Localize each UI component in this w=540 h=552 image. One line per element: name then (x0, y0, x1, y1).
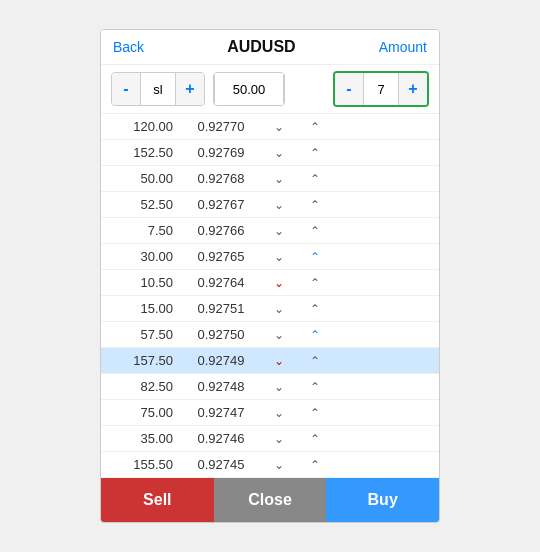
up-arrow-button[interactable]: ⌃ (302, 376, 328, 398)
up-arrow-button[interactable]: ⌃ (302, 298, 328, 320)
price-cell: 0.92764 (181, 270, 261, 295)
up-arrow-cell[interactable]: ⌃ (297, 298, 333, 320)
up-arrow-button[interactable]: ⌃ (302, 220, 328, 242)
up-arrow-button[interactable]: ⌃ (302, 142, 328, 164)
price-cell: 0.92770 (181, 114, 261, 139)
down-arrow-button[interactable]: ⌄ (266, 272, 292, 294)
up-arrow-cell[interactable]: ⌃ (297, 220, 333, 242)
down-arrow-cell[interactable]: ⌄ (261, 376, 297, 398)
header: Back AUDUSD Amount (101, 30, 439, 65)
up-arrow-button[interactable]: ⌃ (302, 402, 328, 424)
footer: Sell Close Buy (101, 478, 439, 522)
down-arrow-cell[interactable]: ⌄ (261, 454, 297, 476)
down-arrow-cell[interactable]: ⌄ (261, 272, 297, 294)
sl-input[interactable] (140, 73, 176, 105)
amount-cell: 7.50 (101, 218, 181, 243)
down-arrow-cell[interactable]: ⌄ (261, 350, 297, 372)
down-arrow-cell[interactable]: ⌄ (261, 324, 297, 346)
sl-minus-button[interactable]: - (112, 73, 140, 105)
up-arrow-cell[interactable]: ⌃ (297, 376, 333, 398)
price-cell: 0.92751 (181, 296, 261, 321)
close-button[interactable]: Close (214, 478, 327, 522)
up-arrow-cell[interactable]: ⌃ (297, 428, 333, 450)
price-cell: 0.92750 (181, 322, 261, 347)
down-arrow-button[interactable]: ⌄ (266, 220, 292, 242)
back-button[interactable]: Back (113, 39, 144, 55)
order-book: 120.00 0.92770 ⌄ ⌃ 152.50 0.92769 ⌄ ⌃ 50… (101, 114, 439, 478)
amount-plus-button[interactable]: + (399, 73, 427, 105)
amount-cell: 50.00 (101, 166, 181, 191)
down-arrow-button[interactable]: ⌄ (266, 454, 292, 476)
down-arrow-button[interactable]: ⌄ (266, 142, 292, 164)
up-arrow-button[interactable]: ⌃ (302, 168, 328, 190)
down-arrow-cell[interactable]: ⌄ (261, 116, 297, 138)
controls-bar: - + - + (101, 65, 439, 114)
table-row: 75.00 0.92747 ⌄ ⌃ (101, 400, 439, 426)
price-cell: 0.92768 (181, 166, 261, 191)
price-cell: 0.92745 (181, 452, 261, 477)
down-arrow-cell[interactable]: ⌄ (261, 142, 297, 164)
sell-button[interactable]: Sell (101, 478, 214, 522)
amount-cell: 152.50 (101, 140, 181, 165)
down-arrow-button[interactable]: ⌄ (266, 194, 292, 216)
price-cell: 0.92765 (181, 244, 261, 269)
main-container: Back AUDUSD Amount - + - + 120.00 0.9277… (100, 29, 440, 523)
amount-cell: 75.00 (101, 400, 181, 425)
amount-cell: 35.00 (101, 426, 181, 451)
table-row: 152.50 0.92769 ⌄ ⌃ (101, 140, 439, 166)
down-arrow-cell[interactable]: ⌄ (261, 402, 297, 424)
up-arrow-button[interactable]: ⌃ (302, 324, 328, 346)
down-arrow-cell[interactable]: ⌄ (261, 168, 297, 190)
down-arrow-button[interactable]: ⌄ (266, 376, 292, 398)
down-arrow-button[interactable]: ⌄ (266, 324, 292, 346)
down-arrow-button[interactable]: ⌄ (266, 402, 292, 424)
down-arrow-button[interactable]: ⌄ (266, 298, 292, 320)
up-arrow-cell[interactable]: ⌃ (297, 116, 333, 138)
table-row: 30.00 0.92765 ⌄ ⌃ Buy Stop at 0.92765 (101, 244, 439, 270)
sl-plus-button[interactable]: + (176, 73, 204, 105)
up-arrow-cell[interactable]: ⌃ (297, 350, 333, 372)
down-arrow-button[interactable]: ⌄ (266, 168, 292, 190)
up-arrow-button[interactable]: ⌃ (302, 116, 328, 138)
amount-cell: 52.50 (101, 192, 181, 217)
up-arrow-cell[interactable]: ⌃ (297, 402, 333, 424)
up-arrow-button[interactable]: ⌃ (302, 454, 328, 476)
amount-cell: 120.00 (101, 114, 181, 139)
up-arrow-cell[interactable]: ⌃ (297, 324, 333, 346)
price-cell: 0.92769 (181, 140, 261, 165)
up-arrow-button[interactable]: ⌃ (302, 350, 328, 372)
buy-button[interactable]: Buy (326, 478, 439, 522)
up-arrow-cell[interactable]: ⌃ (297, 272, 333, 294)
price-cell: 0.92746 (181, 426, 261, 451)
price-input[interactable] (214, 73, 284, 105)
down-arrow-cell[interactable]: ⌄ (261, 246, 297, 268)
amount-cell: 10.50 (101, 270, 181, 295)
up-arrow-cell[interactable]: ⌃ (297, 454, 333, 476)
up-arrow-cell[interactable]: ⌃ (297, 142, 333, 164)
amount-input[interactable] (363, 73, 399, 105)
up-arrow-button[interactable]: ⌃ (302, 246, 328, 268)
table-row: 82.50 0.92748 ⌄ ⌃ (101, 374, 439, 400)
down-arrow-button[interactable]: ⌄ (266, 116, 292, 138)
down-arrow-button[interactable]: ⌄ (266, 246, 292, 268)
amount-cell: 157.50 (101, 348, 181, 373)
down-arrow-button[interactable]: ⌄ (266, 428, 292, 450)
down-arrow-cell[interactable]: ⌄ (261, 428, 297, 450)
amount-label[interactable]: Amount (379, 39, 427, 55)
pair-title: AUDUSD (227, 38, 295, 56)
up-arrow-button[interactable]: ⌃ (302, 194, 328, 216)
price-cell: 0.92748 (181, 374, 261, 399)
down-arrow-button[interactable]: ⌄ (266, 350, 292, 372)
up-arrow-button[interactable]: ⌃ (302, 272, 328, 294)
table-row: 157.50 0.92749 ⌄ ⌃ Sell Stop at 0.92749 (101, 348, 439, 374)
table-row: 35.00 0.92746 ⌄ ⌃ (101, 426, 439, 452)
up-arrow-button[interactable]: ⌃ (302, 428, 328, 450)
amount-minus-button[interactable]: - (335, 73, 363, 105)
up-arrow-cell[interactable]: ⌃ (297, 168, 333, 190)
down-arrow-cell[interactable]: ⌄ (261, 194, 297, 216)
amount-cell: 82.50 (101, 374, 181, 399)
up-arrow-cell[interactable]: ⌃ (297, 246, 333, 268)
down-arrow-cell[interactable]: ⌄ (261, 220, 297, 242)
up-arrow-cell[interactable]: ⌃ (297, 194, 333, 216)
down-arrow-cell[interactable]: ⌄ (261, 298, 297, 320)
